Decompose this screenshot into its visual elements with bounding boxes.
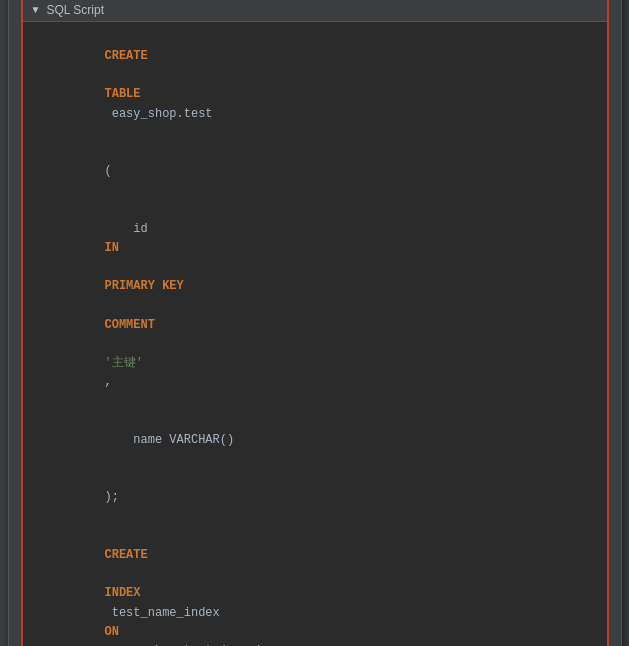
sql-line-6: CREATE INDEX test_name_index ON easy_sho… xyxy=(33,527,597,646)
sql-script-content: CREATE TABLE easy_shop.test ( id IN PRIM… xyxy=(23,22,607,646)
sql-line-2: ( xyxy=(33,143,597,201)
dialog-body: Table: Comment: 💬 Columns (2) Keys (1) I… xyxy=(9,0,621,646)
sql-line-3: id IN PRIMARY KEY COMMENT '主键' , xyxy=(33,201,597,412)
sql-script-header: ▼ SQL Script xyxy=(23,0,607,22)
create-table-dialog: DC Create New Table ✕ Table: Comment: 💬 … xyxy=(8,0,622,646)
collapse-icon[interactable]: ▼ xyxy=(31,4,41,15)
sql-line-4: name VARCHAR() xyxy=(33,412,597,470)
sql-script-section: ▼ SQL Script CREATE TABLE easy_shop.test… xyxy=(21,0,609,646)
sql-line-1: CREATE TABLE easy_shop.test xyxy=(33,28,597,143)
sql-line-5: ); xyxy=(33,469,597,527)
sql-script-label: SQL Script xyxy=(46,3,104,17)
